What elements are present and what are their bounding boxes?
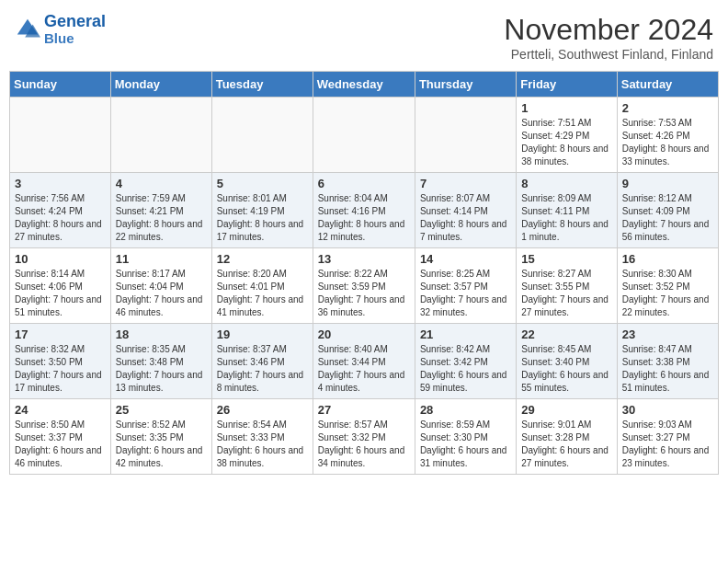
calendar-cell: 30Sunrise: 9:03 AM Sunset: 3:27 PM Dayli… (617, 399, 718, 475)
day-number: 2 (622, 101, 713, 115)
logo-icon (15, 17, 40, 42)
calendar-week-1: 1Sunrise: 7:51 AM Sunset: 4:29 PM Daylig… (10, 98, 719, 173)
calendar-cell: 17Sunrise: 8:32 AM Sunset: 3:50 PM Dayli… (10, 324, 111, 399)
calendar-week-4: 17Sunrise: 8:32 AM Sunset: 3:50 PM Dayli… (10, 324, 719, 399)
day-info: Sunrise: 8:37 AM Sunset: 3:46 PM Dayligh… (217, 343, 308, 395)
day-number: 6 (318, 177, 410, 190)
logo: General Blue (15, 13, 106, 46)
day-info: Sunrise: 7:56 AM Sunset: 4:24 PM Dayligh… (15, 192, 106, 244)
day-number: 8 (521, 177, 611, 190)
calendar-cell: 27Sunrise: 8:57 AM Sunset: 3:32 PM Dayli… (313, 399, 415, 475)
day-info: Sunrise: 8:42 AM Sunset: 3:42 PM Dayligh… (420, 343, 511, 395)
day-number: 30 (622, 403, 713, 417)
day-number: 25 (116, 403, 207, 417)
calendar-cell (110, 98, 211, 173)
day-number: 10 (15, 252, 106, 266)
calendar-week-3: 10Sunrise: 8:14 AM Sunset: 4:06 PM Dayli… (10, 248, 719, 324)
day-number: 13 (318, 252, 410, 266)
calendar-cell: 16Sunrise: 8:30 AM Sunset: 3:52 PM Dayli… (617, 248, 718, 324)
day-info: Sunrise: 8:32 AM Sunset: 3:50 PM Dayligh… (15, 343, 106, 395)
logo-text: General Blue (44, 13, 106, 46)
day-number: 28 (420, 403, 511, 417)
calendar-cell: 6Sunrise: 8:04 AM Sunset: 4:16 PM Daylig… (313, 173, 415, 248)
day-info: Sunrise: 8:09 AM Sunset: 4:11 PM Dayligh… (521, 192, 611, 244)
calendar-cell: 25Sunrise: 8:52 AM Sunset: 3:35 PM Dayli… (110, 399, 211, 475)
calendar-cell: 13Sunrise: 8:22 AM Sunset: 3:59 PM Dayli… (313, 248, 415, 324)
day-info: Sunrise: 8:30 AM Sunset: 3:52 PM Dayligh… (622, 268, 713, 319)
day-number: 29 (521, 403, 611, 417)
calendar-cell: 24Sunrise: 8:50 AM Sunset: 3:37 PM Dayli… (10, 399, 111, 475)
calendar-cell: 29Sunrise: 9:01 AM Sunset: 3:28 PM Dayli… (517, 399, 617, 475)
weekday-header-friday: Friday (517, 72, 617, 98)
calendar-cell: 7Sunrise: 8:07 AM Sunset: 4:14 PM Daylig… (415, 173, 516, 248)
day-info: Sunrise: 8:57 AM Sunset: 3:32 PM Dayligh… (318, 419, 410, 470)
day-number: 16 (622, 252, 713, 266)
day-number: 9 (622, 177, 713, 190)
calendar-cell: 18Sunrise: 8:35 AM Sunset: 3:48 PM Dayli… (110, 324, 211, 399)
day-info: Sunrise: 8:04 AM Sunset: 4:16 PM Dayligh… (318, 192, 410, 244)
weekday-header-monday: Monday (110, 72, 211, 98)
day-info: Sunrise: 8:40 AM Sunset: 3:44 PM Dayligh… (318, 343, 410, 395)
day-info: Sunrise: 8:59 AM Sunset: 3:30 PM Dayligh… (420, 419, 511, 470)
calendar-cell: 15Sunrise: 8:27 AM Sunset: 3:55 PM Dayli… (517, 248, 617, 324)
weekday-header-saturday: Saturday (617, 72, 718, 98)
day-info: Sunrise: 8:25 AM Sunset: 3:57 PM Dayligh… (420, 268, 511, 319)
weekday-header-tuesday: Tuesday (211, 72, 313, 98)
day-number: 20 (318, 327, 410, 341)
day-number: 3 (15, 177, 106, 190)
calendar-cell: 26Sunrise: 8:54 AM Sunset: 3:33 PM Dayli… (211, 399, 313, 475)
day-number: 7 (420, 177, 511, 190)
calendar-cell: 1Sunrise: 7:51 AM Sunset: 4:29 PM Daylig… (517, 98, 617, 173)
day-info: Sunrise: 8:17 AM Sunset: 4:04 PM Dayligh… (116, 268, 207, 319)
day-number: 19 (217, 327, 308, 341)
month-title: November 2024 (504, 13, 713, 47)
calendar-cell (211, 98, 313, 173)
calendar-cell: 14Sunrise: 8:25 AM Sunset: 3:57 PM Dayli… (415, 248, 516, 324)
location-text: Pertteli, Southwest Finland, Finland (504, 47, 713, 62)
calendar-cell: 21Sunrise: 8:42 AM Sunset: 3:42 PM Dayli… (415, 324, 516, 399)
day-number: 18 (116, 327, 207, 341)
weekday-header-row: SundayMondayTuesdayWednesdayThursdayFrid… (10, 72, 719, 98)
calendar-cell: 28Sunrise: 8:59 AM Sunset: 3:30 PM Dayli… (415, 399, 516, 475)
day-info: Sunrise: 8:50 AM Sunset: 3:37 PM Dayligh… (15, 419, 106, 470)
day-info: Sunrise: 8:14 AM Sunset: 4:06 PM Dayligh… (15, 268, 106, 319)
calendar-cell (10, 98, 111, 173)
weekday-header-thursday: Thursday (415, 72, 516, 98)
calendar-cell: 3Sunrise: 7:56 AM Sunset: 4:24 PM Daylig… (10, 173, 111, 248)
day-info: Sunrise: 8:47 AM Sunset: 3:38 PM Dayligh… (622, 343, 713, 395)
day-number: 17 (15, 327, 106, 341)
day-number: 21 (420, 327, 511, 341)
title-section: November 2024 Pertteli, Southwest Finlan… (504, 13, 713, 62)
calendar-cell: 4Sunrise: 7:59 AM Sunset: 4:21 PM Daylig… (110, 173, 211, 248)
day-info: Sunrise: 8:35 AM Sunset: 3:48 PM Dayligh… (116, 343, 207, 395)
day-info: Sunrise: 8:45 AM Sunset: 3:40 PM Dayligh… (521, 343, 611, 395)
day-info: Sunrise: 8:07 AM Sunset: 4:14 PM Dayligh… (420, 192, 511, 244)
weekday-header-wednesday: Wednesday (313, 72, 415, 98)
day-info: Sunrise: 8:52 AM Sunset: 3:35 PM Dayligh… (116, 419, 207, 470)
calendar-week-2: 3Sunrise: 7:56 AM Sunset: 4:24 PM Daylig… (10, 173, 719, 248)
day-info: Sunrise: 8:54 AM Sunset: 3:33 PM Dayligh… (217, 419, 308, 470)
day-number: 1 (521, 101, 611, 115)
calendar-cell: 10Sunrise: 8:14 AM Sunset: 4:06 PM Dayli… (10, 248, 111, 324)
day-number: 15 (521, 252, 611, 266)
calendar-cell (313, 98, 415, 173)
weekday-header-sunday: Sunday (10, 72, 111, 98)
calendar-cell: 20Sunrise: 8:40 AM Sunset: 3:44 PM Dayli… (313, 324, 415, 399)
day-number: 22 (521, 327, 611, 341)
calendar-week-5: 24Sunrise: 8:50 AM Sunset: 3:37 PM Dayli… (10, 399, 719, 475)
day-info: Sunrise: 8:22 AM Sunset: 3:59 PM Dayligh… (318, 268, 410, 319)
day-number: 14 (420, 252, 511, 266)
day-number: 24 (15, 403, 106, 417)
calendar-cell: 23Sunrise: 8:47 AM Sunset: 3:38 PM Dayli… (617, 324, 718, 399)
day-number: 4 (116, 177, 207, 190)
day-number: 5 (217, 177, 308, 190)
day-info: Sunrise: 7:53 AM Sunset: 4:26 PM Dayligh… (622, 117, 713, 168)
calendar-cell: 5Sunrise: 8:01 AM Sunset: 4:19 PM Daylig… (211, 173, 313, 248)
day-number: 27 (318, 403, 410, 417)
calendar-table: SundayMondayTuesdayWednesdayThursdayFrid… (9, 71, 719, 475)
calendar-cell: 19Sunrise: 8:37 AM Sunset: 3:46 PM Dayli… (211, 324, 313, 399)
day-number: 12 (217, 252, 308, 266)
day-info: Sunrise: 7:51 AM Sunset: 4:29 PM Dayligh… (521, 117, 611, 168)
calendar-cell: 2Sunrise: 7:53 AM Sunset: 4:26 PM Daylig… (617, 98, 718, 173)
page-header: General Blue November 2024 Pertteli, Sou… (9, 9, 719, 65)
